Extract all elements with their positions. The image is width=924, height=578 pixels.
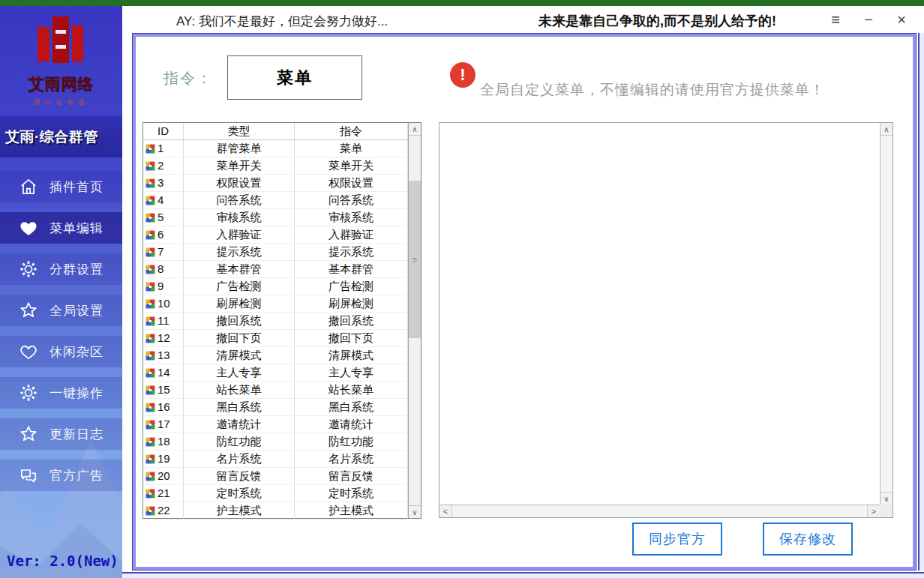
sidebar-item-分群设置[interactable]: 分群设置 [0, 253, 122, 285]
table-row[interactable]: 21定时系统定时系统 [143, 485, 408, 502]
table-row[interactable]: 16黑白系统黑白系统 [143, 399, 408, 416]
plugin-icon [146, 489, 155, 499]
row-id-cell: 18 [143, 433, 184, 451]
table-row[interactable]: 20留言反馈留言反馈 [143, 468, 408, 485]
table-row[interactable]: 8基本群管基本群管 [143, 261, 408, 278]
row-command: 入群验证 [295, 226, 408, 244]
sidebar-item-label: 插件首页 [50, 178, 104, 196]
table-row[interactable]: 3权限设置权限设置 [143, 175, 408, 192]
save-changes-button[interactable]: 保存修改 [763, 523, 853, 556]
titlebar: AY: 我们不是最好，但定会努力做好... 未来是靠自己争取的,而不是别人给予的… [122, 6, 924, 33]
row-id-cell: 12 [143, 330, 184, 347]
table-row[interactable]: 4问答系统问答系统 [143, 192, 408, 209]
scroll-up-icon[interactable]: ∧ [409, 123, 421, 136]
sidebar-item-全局设置[interactable]: 全局设置 [0, 295, 122, 326]
row-type: 刷屏检测 [184, 295, 295, 313]
main-panel-border: 指令： 菜单 ! 全局自定义菜单，不懂编辑的请使用官方提供菜单！ ID类型指令1… [133, 34, 916, 570]
row-command: 权限设置 [295, 175, 408, 192]
plugin-icon [146, 420, 155, 430]
row-id: 15 [158, 382, 170, 398]
menu-editor: ∧ ∨ < > [439, 122, 893, 518]
table-row[interactable]: 9广告检测广告检测 [143, 278, 408, 295]
table-scrollbar[interactable]: ∧ ≡ ∨ [408, 123, 421, 518]
table-row[interactable]: 7提示系统提示系统 [143, 244, 408, 261]
plugin-icon [146, 454, 155, 464]
table-row[interactable]: 5审核系统审核系统 [143, 209, 408, 226]
scroll-down-icon[interactable]: ∨ [409, 505, 421, 518]
scroll-right-icon[interactable]: > [867, 505, 880, 517]
row-id-cell: 17 [143, 416, 184, 433]
table-row[interactable]: 13清屏模式清屏模式 [143, 347, 408, 364]
plugin-icon [146, 178, 155, 188]
sidebar-item-官方广告[interactable]: 官方广告 [0, 460, 122, 491]
row-id-cell: 14 [143, 364, 184, 382]
command-value-box[interactable]: 菜单 [227, 55, 362, 100]
editor-vertical-scrollbar[interactable]: ∧ ∨ [880, 123, 892, 505]
editor-horizontal-scrollbar[interactable]: < > [440, 505, 880, 517]
plugin-icon [146, 403, 155, 412]
table-row[interactable]: 15站长菜单站长菜单 [143, 382, 408, 399]
table-row[interactable]: 22护主模式护主模式 [143, 502, 408, 520]
table-row[interactable]: 19名片系统名片系统 [143, 451, 408, 468]
row-id: 8 [158, 261, 164, 277]
table-row[interactable]: 14主人专享主人专享 [143, 364, 408, 382]
sidebar-item-休闲杂区[interactable]: 休闲杂区 [0, 336, 122, 367]
plugin-icon [146, 247, 155, 257]
row-id: 6 [158, 226, 164, 243]
home-icon [18, 177, 38, 197]
scroll-up-icon[interactable]: ∧ [880, 123, 892, 136]
plugin-icon [146, 196, 155, 205]
row-id-cell: 15 [143, 382, 184, 399]
sidebar-item-菜单编辑[interactable]: 菜单编辑 [0, 212, 122, 244]
row-id-cell: 5 [143, 209, 184, 226]
row-id-cell: 13 [143, 347, 184, 364]
row-id-cell: 7 [143, 244, 184, 261]
logo-subtitle: 用心在创造 [0, 97, 122, 107]
table-row[interactable]: 11撤回系统撤回系统 [143, 313, 408, 330]
row-command: 广告检测 [295, 278, 408, 295]
titlebar-slogan-left: AY: 我们不是最好，但定会努力做好... [176, 13, 388, 30]
sidebar-item-一键操作[interactable]: 一键操作 [0, 377, 122, 409]
close-button[interactable]: × [891, 9, 912, 30]
minimize-button[interactable]: − [858, 9, 879, 30]
row-type: 基本群管 [184, 261, 295, 278]
table-scrollbar-thumb[interactable]: ≡ [409, 181, 421, 338]
row-id-cell: 21 [143, 485, 184, 502]
window-menu-button[interactable]: ≡ [825, 9, 846, 30]
scroll-down-icon[interactable]: ∨ [880, 492, 892, 505]
row-type: 问答系统 [184, 192, 295, 209]
table-row[interactable]: 1群管菜单菜单 [143, 140, 408, 157]
row-id: 10 [158, 295, 170, 312]
sync-official-button[interactable]: 同步官方 [632, 523, 722, 556]
sidebar-item-label: 休闲杂区 [50, 343, 104, 361]
row-command: 防红功能 [295, 433, 408, 451]
table-row[interactable]: 17邀请统计邀请统计 [143, 416, 408, 433]
plugin-icon [146, 299, 155, 309]
sidebar: 艾雨网络 用心在创造 艾雨·综合群管 插件首页菜单编辑分群设置全局设置休闲杂区一… [0, 6, 122, 578]
row-id: 20 [158, 468, 170, 484]
row-type: 黑白系统 [184, 399, 295, 416]
menu-editor-textarea[interactable] [440, 124, 879, 504]
row-id: 21 [158, 485, 170, 502]
row-id: 12 [158, 330, 170, 346]
window-top-strip [0, 0, 924, 6]
table-row[interactable]: 6入群验证入群验证 [143, 226, 408, 244]
sidebar-item-label: 分群设置 [50, 261, 104, 278]
scroll-left-icon[interactable]: < [440, 505, 452, 517]
sidebar-item-label: 官方广告 [50, 467, 104, 484]
plugin-icon [146, 230, 155, 240]
row-command: 留言反馈 [295, 468, 408, 485]
sidebar-item-label: 一键操作 [50, 385, 104, 402]
window-bottom-border [122, 571, 924, 578]
table-row[interactable]: 12撤回下页撤回下页 [143, 330, 408, 347]
row-id-cell: 11 [143, 313, 184, 330]
row-id: 18 [158, 433, 170, 450]
plugin-icon [146, 161, 155, 171]
table-row[interactable]: 18防红功能防红功能 [143, 433, 408, 451]
sidebar-item-更新日志[interactable]: 更新日志 [0, 418, 122, 450]
row-type: 广告检测 [184, 278, 295, 295]
row-type: 名片系统 [184, 451, 295, 468]
table-row[interactable]: 10刷屏检测刷屏检测 [143, 295, 408, 313]
sidebar-item-插件首页[interactable]: 插件首页 [0, 171, 122, 202]
table-row[interactable]: 2菜单开关菜单开关 [143, 157, 408, 175]
